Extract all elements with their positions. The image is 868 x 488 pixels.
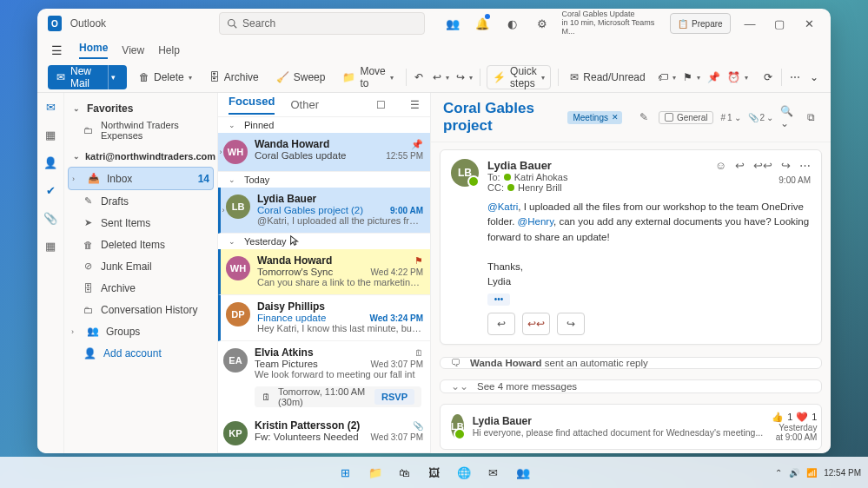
folder-sent[interactable]: ➤ Sent Items bbox=[68, 212, 214, 234]
mail-rail-icon[interactable]: ✉ bbox=[42, 98, 59, 115]
edge-icon[interactable]: 🌐 bbox=[453, 461, 475, 484]
group-pinned[interactable]: ⌄ Pinned bbox=[218, 117, 430, 133]
favorites-header[interactable]: ⌄ Favorites bbox=[68, 98, 214, 119]
folder-junk[interactable]: ⊘ Junk Email bbox=[68, 255, 214, 277]
files-rail-icon[interactable]: 📎 bbox=[42, 209, 59, 227]
message-row[interactable]: WH Wanda Howard ⚑ Tomorrow's Sync Wed 4:… bbox=[218, 249, 430, 295]
close-button[interactable]: ✕ bbox=[799, 11, 820, 36]
minimize-button[interactable]: — bbox=[739, 11, 760, 36]
hamburger-icon[interactable]: ☰ bbox=[48, 43, 65, 57]
tray-chevron-icon[interactable]: ⌃ bbox=[775, 468, 782, 478]
see-more-row[interactable]: ⌄⌄ See 4 more messages bbox=[440, 379, 822, 393]
people-rail-icon[interactable]: 👤 bbox=[42, 154, 59, 171]
close-icon[interactable]: ✕ bbox=[612, 113, 619, 122]
reactions[interactable]: 👍1 ❤️1 bbox=[772, 412, 817, 423]
popout-icon[interactable]: ⧉ bbox=[803, 108, 818, 127]
chevron-down-icon[interactable]: ▾ bbox=[189, 74, 192, 82]
message-row[interactable]: KP Kristin Pattersson (2) 📎 Fw: Voluntee… bbox=[218, 414, 430, 453]
menu-view[interactable]: View bbox=[122, 44, 144, 56]
mention[interactable]: @Henry bbox=[518, 216, 554, 227]
reply-button[interactable]: ↩ bbox=[487, 313, 515, 335]
teams-icon[interactable]: 👥 bbox=[442, 11, 463, 36]
select-all-icon[interactable]: ☐ bbox=[376, 99, 386, 111]
folder-archive[interactable]: 🗄 Archive bbox=[68, 277, 214, 299]
folder-nt-expenses[interactable]: 🗀 Northwind Traders Expenses bbox=[68, 119, 214, 141]
new-mail-chevron-icon[interactable]: ▾ bbox=[108, 65, 118, 89]
sound-icon[interactable]: 🔊 bbox=[789, 468, 799, 478]
tab-focused[interactable]: Focused bbox=[229, 95, 275, 115]
reply-button[interactable]: ↩▾ bbox=[433, 66, 449, 89]
category-picker[interactable]: General bbox=[659, 111, 714, 124]
pin-button[interactable]: 📌 bbox=[707, 66, 720, 89]
mention[interactable]: @Katri bbox=[487, 201, 518, 212]
expand-quoted-button[interactable]: ••• bbox=[487, 293, 510, 306]
more-icon[interactable]: ⋯ bbox=[799, 159, 811, 172]
filter-icon[interactable]: ☰ bbox=[410, 99, 420, 111]
maximize-button[interactable]: ▢ bbox=[769, 11, 790, 36]
message-row[interactable]: EA Elvia Atkins 🗓 Team Pictures Wed 3:07… bbox=[218, 341, 430, 386]
replyall-button[interactable]: ↩↩ bbox=[522, 313, 550, 335]
group-yesterday[interactable]: ⌄ Yesterday bbox=[218, 234, 430, 249]
add-account-button[interactable]: 👤 Add account bbox=[68, 342, 214, 365]
folder-inbox[interactable]: › 📥 Inbox 14 bbox=[68, 167, 214, 190]
react-icon[interactable]: ☺ bbox=[715, 159, 726, 172]
system-tray[interactable]: ⌃ 🔊 📶 12:54 PM bbox=[775, 468, 861, 478]
folder-drafts[interactable]: ✎ Drafts bbox=[68, 190, 214, 212]
zoom-icon[interactable]: 🔍 ⌄ bbox=[780, 108, 796, 127]
clock[interactable]: 12:54 PM bbox=[824, 468, 861, 478]
tag-button[interactable]: 🏷▾ bbox=[658, 66, 676, 89]
photos-icon[interactable]: 🖼 bbox=[423, 461, 446, 484]
notifications-icon[interactable]: 🔔 bbox=[472, 11, 493, 36]
collapsed-message[interactable]: LB Lydia Bauer Hi everyone, please find … bbox=[440, 404, 822, 450]
wifi-icon[interactable]: 📶 bbox=[806, 468, 817, 478]
flag-icon[interactable]: ⚑ bbox=[414, 255, 423, 267]
snooze-button[interactable]: ⏰▾ bbox=[727, 66, 748, 89]
forward-icon[interactable]: ↪ bbox=[781, 159, 791, 172]
daymode-icon[interactable]: ◐ bbox=[501, 11, 522, 36]
reply-icon[interactable]: ↩ bbox=[735, 159, 745, 172]
chevron-down-icon[interactable]: ▾ bbox=[390, 74, 394, 82]
folder-groups[interactable]: › 👥 Groups bbox=[68, 320, 214, 342]
archive-button[interactable]: 🗄 Archive bbox=[204, 66, 264, 89]
undo-button[interactable]: ↶ bbox=[413, 66, 425, 89]
new-mail-button[interactable]: ✉ New Mail ▾ bbox=[48, 65, 127, 89]
store-icon[interactable]: 🛍 bbox=[394, 461, 416, 484]
explorer-icon[interactable]: 📁 bbox=[364, 461, 387, 484]
sweep-button[interactable]: 🧹 Sweep bbox=[271, 66, 331, 89]
delete-button[interactable]: 🗑 Delete ▾ bbox=[134, 66, 197, 89]
group-today[interactable]: ⌄ Today bbox=[218, 172, 430, 188]
folder-deleted[interactable]: 🗑 Deleted Items bbox=[68, 234, 214, 255]
message-row[interactable]: › LB Lydia Bauer Coral Gables project (2… bbox=[218, 188, 430, 234]
ribbon-chevron-icon[interactable]: ⌄ bbox=[808, 66, 820, 89]
moveto-button[interactable]: 📁 Move to ▾ bbox=[337, 66, 398, 89]
todo-rail-icon[interactable]: ✔ bbox=[42, 181, 59, 199]
message-row[interactable]: DP Daisy Phillips Finance update Wed 3:2… bbox=[218, 295, 430, 341]
search-input[interactable]: Search bbox=[219, 12, 424, 35]
forward-button[interactable]: ↪▾ bbox=[456, 66, 473, 89]
calendar-rail-icon[interactable]: ▦ bbox=[42, 126, 59, 143]
sync-button[interactable]: ⟳ bbox=[762, 66, 774, 89]
category-chip[interactable]: Meetings ✕ bbox=[567, 111, 622, 124]
more-rail-icon[interactable]: ▦ bbox=[42, 237, 59, 254]
prepare-button[interactable]: 📋 Prepare bbox=[670, 13, 731, 34]
forward-button[interactable]: ↪ bbox=[557, 313, 585, 335]
meeting-reminder[interactable]: Coral Gables Update in 10 min, Microsoft… bbox=[561, 10, 656, 36]
outlook-icon[interactable]: ✉ bbox=[482, 461, 505, 484]
menu-help[interactable]: Help bbox=[158, 44, 180, 56]
attachment-count[interactable]: 📎 2 ⌄ bbox=[748, 113, 774, 122]
hash-count[interactable]: # 1 ⌄ bbox=[720, 113, 740, 122]
account-header[interactable]: ⌄ katri@northwindtraders.com bbox=[68, 146, 214, 167]
more-button[interactable]: ⋯ bbox=[789, 66, 801, 89]
rsvp-button[interactable]: RSVP bbox=[374, 389, 414, 405]
chevron-down-icon[interactable]: ▾ bbox=[541, 74, 545, 82]
menu-home[interactable]: Home bbox=[79, 42, 108, 59]
start-button[interactable]: ⊞ bbox=[335, 461, 357, 484]
replyall-icon[interactable]: ↩↩ bbox=[753, 159, 772, 172]
pin-icon[interactable]: 📌 bbox=[411, 139, 423, 150]
quicksteps-button[interactable]: ⚡ Quick steps ▾ bbox=[487, 65, 551, 89]
settings-gear-icon[interactable]: ⚙ bbox=[532, 11, 553, 36]
flag-button[interactable]: ⚑▾ bbox=[683, 66, 700, 89]
folder-conversation[interactable]: 🗀 Conversation History bbox=[68, 299, 214, 320]
message-row[interactable]: › WH Wanda Howard 📌 Coral Gables update … bbox=[218, 133, 430, 172]
translate-icon[interactable]: ✎ bbox=[636, 108, 652, 127]
